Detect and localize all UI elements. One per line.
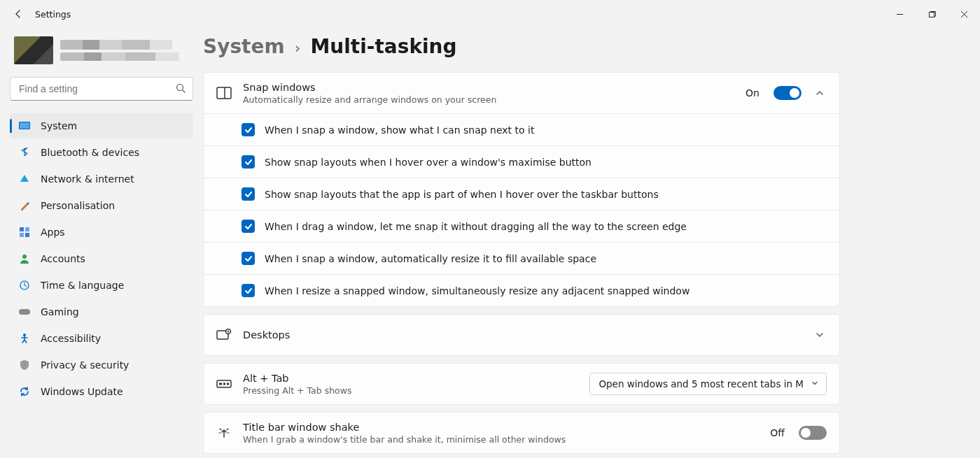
display-icon <box>18 120 31 132</box>
breadcrumb-parent[interactable]: System <box>203 35 285 58</box>
shake-icon <box>216 425 232 441</box>
nav-privacy[interactable]: Privacy & security <box>10 352 193 378</box>
shake-state-label: Off <box>770 427 785 438</box>
person-icon <box>18 252 31 265</box>
checkbox[interactable] <box>241 252 255 265</box>
maximize-button[interactable] <box>916 0 948 28</box>
main-content: System › Multi-tasking Snap windows Auto… <box>203 28 980 458</box>
search-input[interactable] <box>10 77 193 101</box>
minimize-button[interactable] <box>883 0 916 28</box>
snap-option-row[interactable]: When I snap a window, show what I can sn… <box>204 113 839 145</box>
alttab-dropdown[interactable]: Open windows and 5 most recent tabs in M <box>589 373 827 395</box>
checkbox[interactable] <box>241 155 255 169</box>
svg-rect-7 <box>25 233 29 237</box>
account-header[interactable] <box>10 32 193 77</box>
snap-option-label: Show snap layouts when I hover over a wi… <box>265 157 592 168</box>
close-button[interactable] <box>948 0 980 28</box>
search-icon <box>175 83 186 96</box>
alttab-row: Alt + Tab Pressing Alt + Tab shows Open … <box>204 364 839 404</box>
snap-windows-group: Snap windows Automatically resize and ar… <box>203 72 840 307</box>
shake-sub: When I grab a window's title bar and sha… <box>243 434 759 445</box>
search-field[interactable] <box>10 77 193 101</box>
snap-windows-row[interactable]: Snap windows Automatically resize and ar… <box>204 73 839 113</box>
svg-rect-3 <box>20 122 29 129</box>
nav-personalisation[interactable]: Personalisation <box>10 193 193 218</box>
snap-option-label: When I resize a snapped window, simultan… <box>265 285 690 296</box>
page-title: Multi-tasking <box>310 35 456 58</box>
snap-option-label: When I snap a window, automatically resi… <box>265 253 596 264</box>
nav: System Bluetooth & devices Network & int… <box>10 113 193 404</box>
paint-icon <box>18 199 31 212</box>
nav-update[interactable]: Windows Update <box>10 379 193 404</box>
nav-accessibility[interactable]: Accessibility <box>10 326 193 351</box>
chevron-down-icon <box>811 378 819 389</box>
nav-apps[interactable]: Apps <box>10 220 193 245</box>
alttab-selected: Open windows and 5 most recent tabs in M <box>598 378 804 389</box>
svg-rect-0 <box>929 12 934 17</box>
sidebar: System Bluetooth & devices Network & int… <box>0 28 203 458</box>
shake-toggle[interactable] <box>799 426 827 440</box>
apps-icon <box>18 226 31 238</box>
svg-rect-6 <box>20 233 24 237</box>
checkbox[interactable] <box>241 220 255 233</box>
svg-point-8 <box>22 255 27 259</box>
nav-bluetooth[interactable]: Bluetooth & devices <box>10 140 193 165</box>
snap-option-row[interactable]: When I snap a window, automatically resi… <box>204 242 839 274</box>
nav-label: Personalisation <box>41 200 115 211</box>
nav-label: System <box>41 120 77 131</box>
snap-toggle[interactable] <box>774 86 802 100</box>
checkbox[interactable] <box>241 187 255 201</box>
nav-label: Gaming <box>41 306 79 317</box>
shake-row: Title bar window shake When I grab a win… <box>204 413 839 453</box>
snap-option-row[interactable]: Show snap layouts that the app is part o… <box>204 178 839 210</box>
breadcrumb-sep: › <box>295 39 301 57</box>
checkbox[interactable] <box>241 284 255 297</box>
window-controls <box>883 0 980 28</box>
back-button[interactable] <box>10 6 27 22</box>
nav-label: Apps <box>41 227 65 238</box>
nav-label: Network & internet <box>41 173 134 185</box>
nav-time[interactable]: Time & language <box>10 273 193 298</box>
snap-option-row[interactable]: When I drag a window, let me snap it wit… <box>204 210 839 242</box>
snap-option-row[interactable]: When I resize a snapped window, simultan… <box>204 274 839 306</box>
alttab-title: Alt + Tab <box>243 373 578 384</box>
nav-label: Bluetooth & devices <box>41 147 139 158</box>
svg-point-1 <box>177 85 183 91</box>
breadcrumb: System › Multi-tasking <box>203 35 966 65</box>
nav-gaming[interactable]: Gaming <box>10 299 193 324</box>
svg-rect-18 <box>227 383 229 385</box>
snap-state-label: On <box>746 87 760 99</box>
desktops-group: Desktops <box>203 314 840 356</box>
accessibility-icon <box>18 332 31 345</box>
desktops-row[interactable]: Desktops <box>204 315 839 355</box>
checkbox[interactable] <box>241 123 255 136</box>
nav-label: Privacy & security <box>41 359 129 371</box>
svg-rect-4 <box>20 227 24 231</box>
snap-option-label: When I snap a window, show what I can sn… <box>265 124 534 136</box>
chevron-down-icon[interactable] <box>813 330 827 340</box>
svg-rect-12 <box>217 87 231 99</box>
snap-option-row[interactable]: Show snap layouts when I hover over a wi… <box>204 145 839 178</box>
nav-system[interactable]: System <box>10 113 193 138</box>
titlebar: Settings <box>0 0 980 28</box>
chevron-up-icon[interactable] <box>813 88 827 98</box>
account-name <box>60 40 179 61</box>
snap-option-label: When I drag a window, let me snap it wit… <box>265 221 687 232</box>
nav-label: Windows Update <box>41 386 123 397</box>
desktops-title: Desktops <box>243 329 802 341</box>
shield-icon <box>18 359 31 371</box>
wifi-icon <box>18 173 31 185</box>
snap-option-label: Show snap layouts that the app is part o… <box>265 189 659 200</box>
svg-rect-16 <box>219 383 222 385</box>
nav-network[interactable]: Network & internet <box>10 166 193 192</box>
nav-label: Accessibility <box>41 333 101 344</box>
svg-rect-5 <box>25 227 29 231</box>
bluetooth-icon <box>18 146 31 159</box>
snap-title: Snap windows <box>243 82 734 93</box>
nav-label: Accounts <box>41 253 85 264</box>
snap-icon <box>216 85 232 101</box>
alttab-group: Alt + Tab Pressing Alt + Tab shows Open … <box>203 363 840 405</box>
svg-rect-10 <box>19 309 30 315</box>
desktops-icon <box>216 327 232 343</box>
nav-accounts[interactable]: Accounts <box>10 246 193 271</box>
